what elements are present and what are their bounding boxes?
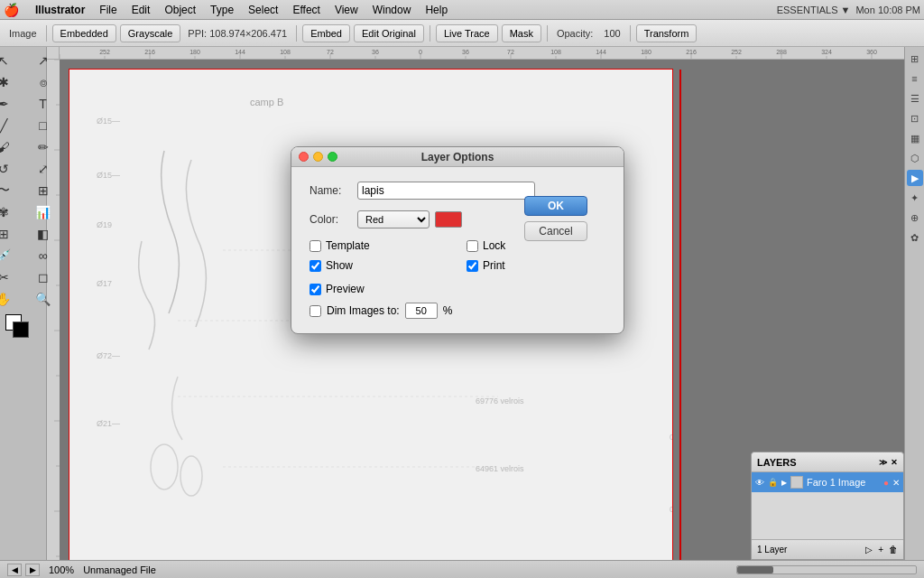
scroll-thumb[interactable] (737, 566, 773, 573)
selection-tool[interactable]: ↖ (0, 51, 23, 70)
gradient-tool[interactable]: ◧ (23, 224, 63, 244)
layers-expand-icon[interactable]: ≫ (879, 458, 887, 467)
symbol-sprayer-tool[interactable]: ✾ (0, 202, 23, 222)
live-trace-button[interactable]: Live Trace (436, 24, 498, 42)
preview-checkbox[interactable] (310, 284, 321, 295)
layer-type-icon[interactable]: ✕ (892, 478, 900, 488)
nav-next-button[interactable]: ▶ (25, 564, 40, 576)
magic-wand-tool[interactable]: ✱ (0, 72, 23, 92)
dim-images-label: Dim Images to: (327, 304, 400, 317)
layer-options-icon[interactable]: ● (883, 478, 889, 488)
paintbrush-tool[interactable]: 🖌 (0, 137, 23, 157)
essentials-label[interactable]: ESSENTIALS ▼ (777, 5, 851, 15)
layers-panel-header: LAYERS ≫ ✕ (752, 452, 903, 472)
print-checkbox-item: Print (467, 259, 605, 272)
color-swatch[interactable] (435, 211, 462, 228)
dialog-checkboxes: Template Lock Show Print (310, 239, 605, 272)
toolbar: Image Embedded Grayscale PPI: 108.974×20… (0, 20, 924, 47)
layer-visibility-icon[interactable]: 👁 (755, 478, 764, 488)
template-checkbox[interactable] (310, 240, 321, 252)
column-graph-tool[interactable]: 📊 (23, 202, 63, 222)
edit-original-button[interactable]: Edit Original (354, 24, 424, 42)
grayscale-button[interactable]: Grayscale (120, 24, 181, 42)
menu-item-file[interactable]: File (92, 0, 124, 20)
zoom-tool[interactable]: 🔍 (23, 289, 63, 309)
warp-tool[interactable]: 〜 (0, 181, 23, 200)
dim-value-input[interactable] (405, 303, 438, 319)
lasso-tool[interactable]: ⌾ (23, 72, 63, 92)
layers-make-sublayer-icon[interactable]: ▷ (865, 545, 873, 555)
hand-tool[interactable]: ✋ (0, 289, 23, 309)
pencil-tool[interactable]: ✏ (23, 137, 63, 157)
blend-tool[interactable]: ∞ (23, 246, 63, 266)
cancel-button[interactable]: Cancel (524, 221, 587, 241)
print-checkbox[interactable] (467, 260, 478, 272)
show-label: Show (326, 259, 353, 272)
line-tool[interactable]: ╱ (0, 116, 23, 135)
fill-stroke-area[interactable] (5, 314, 42, 341)
apple-logo-icon[interactable]: 🍎 (4, 3, 19, 17)
color-select-wrapper: Red None Orange Yellow Green Blue Violet… (357, 210, 462, 228)
right-tool-3[interactable]: ☰ (907, 90, 923, 107)
layers-row-1[interactable]: 👁 🔒 ▶ Faro 1 Image ● ✕ (752, 472, 903, 492)
layers-delete-icon[interactable]: 🗑 (889, 545, 898, 555)
right-tool-5[interactable]: ▦ (907, 130, 923, 146)
mesh-tool[interactable]: ⊞ (0, 224, 23, 244)
direct-selection-tool[interactable]: ↗ (23, 51, 63, 70)
scissors-tool[interactable]: ✂ (0, 267, 23, 287)
menu-item-help[interactable]: Help (418, 0, 455, 20)
layer-expand-icon[interactable]: ▶ (781, 479, 787, 487)
dialog-buttons: OK Cancel (524, 196, 587, 241)
opacity-value[interactable]: 100 (600, 28, 624, 39)
menu-item-app[interactable]: Illustrator (28, 0, 92, 20)
scroll-bar[interactable] (736, 565, 917, 574)
embed-button[interactable]: Embed (302, 24, 350, 42)
scale-tool[interactable]: ⤢ (23, 159, 63, 179)
menu-item-object[interactable]: Object (157, 0, 203, 20)
right-tool-4[interactable]: ⊡ (907, 110, 923, 126)
menu-item-window[interactable]: Window (365, 0, 419, 20)
pen-tool[interactable]: ✒ (0, 94, 23, 114)
right-tool-8[interactable]: ✦ (907, 190, 923, 206)
layers-close-icon[interactable]: ✕ (891, 458, 898, 467)
name-input[interactable] (357, 182, 535, 200)
layers-new-layer-icon[interactable]: + (878, 545, 883, 555)
traffic-light-close[interactable] (299, 152, 309, 162)
eraser-tool[interactable]: ◻ (23, 267, 63, 287)
eyedropper-tool[interactable]: 💉 (0, 246, 23, 266)
right-tool-1[interactable]: ⊞ (907, 51, 923, 67)
menu-item-effect[interactable]: Effect (285, 0, 327, 20)
dialog-content-wrapper: Name: Color: Red None Orange Yellow Gree… (310, 182, 605, 319)
dialog-title: Layer Options (421, 151, 494, 163)
show-checkbox[interactable] (310, 260, 321, 272)
ok-button[interactable]: OK (524, 196, 587, 216)
traffic-light-maximize[interactable] (328, 152, 337, 162)
free-transform-tool[interactable]: ⊞ (23, 181, 63, 200)
toolbar-separator-2 (296, 25, 297, 42)
dim-images-row: Dim Images to: % (310, 303, 605, 319)
menu-item-view[interactable]: View (328, 0, 365, 20)
rotate-tool[interactable]: ↺ (0, 159, 23, 179)
transform-button[interactable]: Transform (636, 24, 698, 42)
color-select[interactable]: Red None Orange Yellow Green Blue Violet… (357, 210, 430, 228)
menu-item-type[interactable]: Type (203, 0, 241, 20)
right-tool-2[interactable]: ≡ (907, 70, 923, 87)
type-tool[interactable]: T (23, 94, 63, 114)
toolbar-separator-4 (547, 25, 548, 42)
lock-checkbox[interactable] (467, 240, 478, 252)
right-tool-10[interactable]: ✿ (907, 229, 923, 246)
status-bar: ◀ ▶ 100% Unmanaged File (0, 560, 924, 578)
menu-item-edit[interactable]: Edit (125, 0, 158, 20)
dim-images-checkbox[interactable] (310, 305, 321, 317)
dialog-traffic-lights (299, 152, 337, 162)
traffic-light-minimize[interactable] (313, 152, 323, 162)
mask-button[interactable]: Mask (502, 24, 541, 42)
right-tool-7[interactable]: ▶ (907, 170, 923, 186)
right-tool-9[interactable]: ⊕ (907, 210, 923, 226)
menu-item-select[interactable]: Select (241, 0, 285, 20)
right-tool-6[interactable]: ⬡ (907, 150, 923, 166)
nav-prev-button[interactable]: ◀ (7, 564, 22, 576)
embedded-button[interactable]: Embedded (52, 24, 116, 42)
shape-tool[interactable]: □ (23, 116, 63, 135)
layer-lock-icon[interactable]: 🔒 (768, 478, 778, 487)
